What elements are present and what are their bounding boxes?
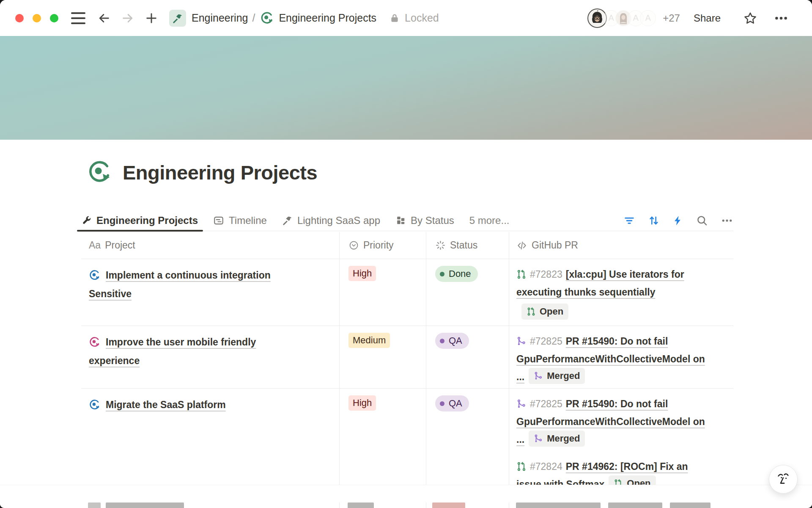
lock-icon	[389, 13, 400, 24]
view-tabs-bar: Engineering Projects Timeline Lighting S…	[81, 210, 733, 231]
clipped-row-fragment	[88, 502, 101, 508]
workspace-hammer-icon[interactable]	[169, 10, 186, 27]
project-title-link[interactable]: Implement a continuous integration Sensi…	[89, 270, 271, 299]
pr-number: #72823	[530, 269, 562, 280]
project-cell[interactable]: Implement a continuous integration Sensi…	[81, 259, 339, 328]
new-page-icon[interactable]	[145, 11, 158, 25]
priority-badge: High	[348, 266, 376, 281]
priority-badge: High	[348, 395, 376, 411]
column-header-project[interactable]: Aa Project	[81, 232, 339, 259]
table-header-row: Aa Project Priority Status	[81, 232, 733, 259]
project-cell[interactable]: Improve the user mobile friendly experie…	[81, 326, 339, 392]
pull-request-merged-icon	[516, 399, 527, 409]
horizontal-scrollbar-gutter[interactable]	[0, 485, 812, 502]
pr-entry: #72825PR #15490: Do not fail GpuPerforma…	[516, 395, 714, 448]
notion-ai-face-button[interactable]	[769, 465, 798, 494]
clipped-row-fragment	[670, 502, 710, 508]
clipped-row-fragment	[432, 502, 465, 508]
view-actions	[623, 214, 733, 227]
aa-text-property-icon: Aa	[89, 240, 101, 251]
project-cycle-icon	[89, 337, 100, 348]
wrench-icon	[81, 215, 92, 226]
column-label: Status	[450, 240, 477, 251]
clipped-row-fragment	[348, 502, 374, 508]
timeline-icon	[213, 215, 224, 226]
search-icon[interactable]	[696, 215, 708, 226]
filter-icon[interactable]	[623, 215, 635, 226]
view-options-ellipsis-icon[interactable]	[721, 214, 733, 227]
page-title[interactable]: Engineering Projects	[123, 161, 317, 184]
close-window-button[interactable]	[15, 14, 24, 22]
status-dot	[440, 401, 444, 406]
pull-request-open-icon	[516, 461, 527, 472]
page-cover-image	[0, 36, 812, 140]
pull-request-open-icon	[527, 307, 536, 316]
pr-state-badge: Merged	[529, 368, 585, 384]
pr-entry: #72825PR #15490: Do not fail GpuPerforma…	[516, 332, 714, 386]
avatar[interactable]: A	[640, 10, 656, 26]
code-icon	[516, 240, 527, 251]
hammer-icon	[282, 215, 293, 226]
database-table: Aa Project Priority Status	[81, 232, 733, 508]
page-icon-cycle[interactable]	[87, 160, 112, 185]
status-cell[interactable]: Done	[426, 259, 509, 328]
breadcrumb-page[interactable]: Engineering Projects	[279, 12, 376, 24]
tab-by-status[interactable]: By Status	[395, 210, 454, 231]
status-cell[interactable]: QA	[426, 326, 509, 392]
pr-number: #72825	[530, 336, 562, 347]
sidebar-menu-icon[interactable]	[71, 12, 85, 24]
pull-request-merged-icon	[534, 434, 543, 443]
breadcrumb: Engineering / Engineering Projects	[169, 10, 376, 27]
locked-indicator[interactable]: Locked	[389, 12, 439, 24]
pr-number: #72825	[530, 398, 562, 409]
page-content: Engineering Projects Engineering Project…	[0, 140, 812, 508]
priority-cell[interactable]: High	[339, 259, 426, 328]
pr-entry: #72823[xla:cpu] Use iterators for execut…	[516, 265, 714, 321]
column-header-github-pr[interactable]: GitHub PR	[509, 232, 733, 259]
zoom-window-button[interactable]	[50, 14, 58, 22]
table-row: Improve the user mobile friendly experie…	[81, 326, 733, 389]
back-icon[interactable]	[97, 11, 111, 25]
status-pill: QA	[435, 395, 469, 411]
tab-timeline[interactable]: Timeline	[213, 210, 267, 231]
tab-lighting-saas-app[interactable]: Lighting SaaS app	[282, 210, 380, 231]
priority-cell[interactable]: Medium	[339, 326, 426, 392]
status-spinner-icon	[435, 240, 446, 251]
minimize-window-button[interactable]	[33, 14, 41, 22]
more-views-button[interactable]: 5 more...	[469, 215, 510, 226]
automation-lightning-icon[interactable]	[672, 215, 683, 226]
board-icon	[395, 215, 406, 226]
share-button[interactable]: Share	[691, 12, 723, 25]
favorite-star-icon[interactable]	[741, 11, 760, 25]
column-header-priority[interactable]: Priority	[339, 232, 426, 259]
column-header-status[interactable]: Status	[426, 232, 509, 259]
status-dot	[440, 272, 444, 276]
traffic-lights	[15, 14, 58, 22]
github-pr-cell[interactable]: #72825PR #15490: Do not fail GpuPerforma…	[509, 326, 733, 392]
project-cycle-icon	[89, 399, 100, 411]
forward-icon[interactable]	[121, 11, 134, 25]
project-title-link[interactable]: Migrate the SaaS platform	[106, 399, 226, 410]
status-pill: QA	[435, 333, 469, 349]
page-header: Engineering Projects	[87, 160, 317, 185]
clipped-row-fragment	[608, 502, 662, 508]
project-title-link[interactable]: Improve the user mobile friendly experie…	[89, 337, 256, 366]
sort-icon[interactable]	[648, 215, 660, 226]
table-row: Implement a continuous integration Sensi…	[81, 259, 733, 326]
github-pr-cell[interactable]: #72823[xla:cpu] Use iterators for execut…	[509, 259, 733, 328]
tab-label: By Status	[411, 215, 454, 226]
tab-engineering-projects[interactable]: Engineering Projects	[81, 210, 198, 231]
select-property-icon	[348, 240, 359, 251]
pr-state-badge: Open	[521, 304, 568, 320]
clipped-row-fragment	[516, 502, 601, 508]
pull-request-merged-icon	[516, 336, 527, 346]
more-options-icon[interactable]	[771, 11, 791, 26]
pr-number: #72824	[530, 461, 562, 472]
pull-request-merged-icon	[534, 371, 543, 381]
column-label: Priority	[363, 240, 394, 251]
breadcrumb-workspace[interactable]: Engineering	[192, 12, 248, 24]
breadcrumb-separator: /	[252, 12, 255, 24]
column-label: GitHub PR	[532, 240, 578, 251]
status-dot	[440, 339, 444, 343]
collaborators-overflow-count[interactable]: +27	[663, 12, 680, 24]
